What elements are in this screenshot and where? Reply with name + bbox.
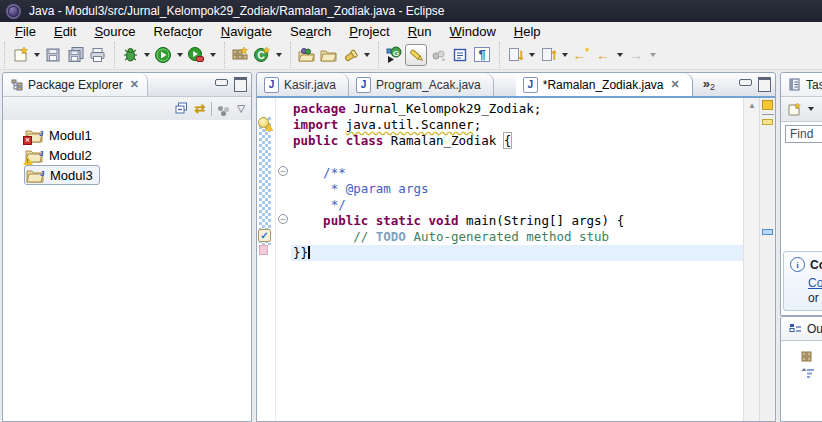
collapse-all-icon[interactable] [175,102,188,115]
overview-warning-icon[interactable] [762,119,773,125]
new-java-project-icon[interactable] [229,44,251,66]
run-external-icon[interactable] [185,44,207,66]
fold-collapse-icon[interactable]: − [278,166,288,176]
link-with-editor-icon[interactable]: ⇄ [194,101,205,116]
show-whitespace-icon[interactable]: ¶ [471,44,493,66]
code-editor[interactable]: ✓ − − package Jurnal_Kelompok29_Zodiak;i… [257,98,775,421]
svg-text:J: J [40,169,44,178]
minimize-view-icon[interactable] [739,79,752,86]
mark-occurrences-icon[interactable] [405,44,427,66]
annotation-ruler[interactable]: ✓ [257,98,276,421]
new-task-icon[interactable] [785,100,803,118]
fold-collapse-icon[interactable]: − [278,214,288,224]
code-area[interactable]: package Jurnal_Kelompok29_Zodiak;import … [293,98,744,261]
new-wizard-dropdown[interactable] [31,44,42,66]
code-token: Jurnal_Kelompok29_Zodiak; [346,101,542,116]
forward-dropdown[interactable] [647,44,658,66]
view-menu-dropdown-icon[interactable]: ▽ [237,103,245,114]
run-icon[interactable] [152,44,174,66]
menu-window[interactable]: Window [441,24,505,39]
search-dropdown[interactable] [361,44,372,66]
code-line[interactable]: public class Ramalan_Zodiak { [293,133,744,149]
overview-task-icon[interactable] [762,229,773,235]
debug-dropdown[interactable] [141,44,152,66]
code-line[interactable]: /** [293,165,744,181]
code-line[interactable] [293,149,744,165]
eclipse-logo-icon [6,4,21,19]
previous-annotation-icon[interactable]: ↑ [537,44,559,66]
menu-run[interactable]: Run [399,24,441,39]
editor-tab-ramalan-zodiak[interactable]: *Ramalan_Zodiak.java ✕ [516,73,693,96]
code-token: { [504,133,512,148]
outline-panel: Outline [780,316,822,422]
code-line[interactable]: public static void main(String[] args) { [293,213,744,229]
menu-source[interactable]: Source [85,24,144,39]
tree-item-modul1[interactable]: J ✕ Modul1 [3,125,98,145]
menu-edit[interactable]: Edit [45,24,85,39]
editor-tab-kasir[interactable]: Kasir.java [257,73,349,96]
overview-ruler[interactable] [759,98,775,421]
quickfix-warning-icon[interactable] [258,117,273,131]
maximize-view-icon[interactable] [234,77,247,92]
last-edit-location-icon[interactable]: ← [570,44,592,66]
debug-icon[interactable] [119,44,141,66]
maximize-view-icon[interactable] [758,77,771,92]
scrollbar-up-icon[interactable]: ▲ [744,101,760,110]
back-dropdown[interactable] [614,44,625,66]
new-java-class-icon[interactable]: C [251,44,273,66]
minimize-view-icon[interactable] [215,79,228,86]
search-flashlight-icon[interactable] [339,44,361,66]
menu-search[interactable]: Search [281,24,340,39]
task-marker-icon[interactable]: ✓ [258,229,271,242]
new-task-dropdown[interactable] [805,98,816,120]
tab-outline[interactable]: Outline [781,317,822,340]
sort-icon[interactable] [801,367,815,379]
forward-icon[interactable]: → [625,44,647,66]
tree-item-modul2[interactable]: J Modul2 [3,145,98,165]
close-icon[interactable]: ✕ [128,78,139,91]
open-type-icon[interactable] [295,44,317,66]
new-java-class-dropdown[interactable] [273,44,284,66]
editor-tab-program-acak[interactable]: Program_Acak.java [349,73,494,96]
code-line[interactable]: * @param args [293,181,744,197]
menu-navigate[interactable]: Navigate [212,24,281,39]
code-line[interactable]: package Jurnal_Kelompok29_Zodiak; [293,101,744,117]
menu-help[interactable]: Help [505,24,550,39]
coverage-icon[interactable]: G [383,44,405,66]
code-line[interactable]: // TODO Auto-generated method stub [293,229,744,245]
open-folder-icon[interactable] [317,44,339,66]
code-line[interactable]: */ [293,197,744,213]
tab-package-explorer[interactable]: Package Explorer ✕ [3,73,148,96]
save-all-icon[interactable] [64,44,86,66]
tab-tasks[interactable]: Tasks [781,73,822,96]
show-source-icon[interactable] [449,44,471,66]
run-external-dropdown[interactable] [207,44,218,66]
overview-divider [762,114,774,115]
menu-file[interactable]: File [6,24,45,39]
connect-link[interactable]: Connect to your task and ALM tools [808,276,822,290]
next-annotation-icon[interactable]: ↓ [504,44,526,66]
java-grid-icon[interactable] [801,351,814,364]
folding-ruler[interactable]: − − [276,98,291,421]
run-dropdown[interactable] [174,44,185,66]
next-annotation-dropdown[interactable] [526,44,537,66]
find-input[interactable] [785,125,822,143]
menu-bar: FileEditSourceRefactorNavigateSearchProj… [0,22,822,40]
save-icon[interactable] [42,44,64,66]
tree-item-modul3[interactable]: J Modul3 [24,165,100,185]
close-icon[interactable]: ✕ [668,78,679,91]
new-wizard-icon[interactable] [9,44,31,66]
menu-project[interactable]: Project [340,24,398,39]
java-project-warning-icon: J [25,148,44,163]
view-menu-icon[interactable] [218,106,223,111]
code-line[interactable]: import java.util.Scanner; [293,117,744,133]
overview-summary-icon[interactable] [762,100,773,110]
code-line[interactable]: }} [293,245,744,261]
editor-scrollbar[interactable]: ▲ [743,98,760,421]
segmented-view-icon[interactable] [427,44,449,66]
print-icon[interactable] [86,44,108,66]
menu-refactor[interactable]: Refactor [145,24,212,39]
previous-annotation-dropdown[interactable] [559,44,570,66]
hidden-tabs-chevron[interactable]: »2 [693,73,715,96]
back-icon[interactable]: ← [592,44,614,66]
